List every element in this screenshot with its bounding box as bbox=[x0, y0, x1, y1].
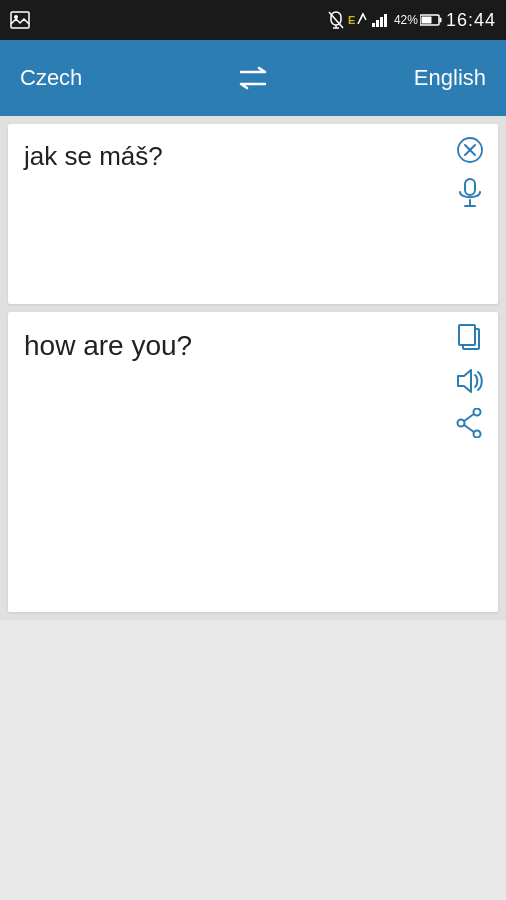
swap-button[interactable] bbox=[215, 56, 291, 100]
svg-line-26 bbox=[464, 425, 474, 432]
svg-rect-0 bbox=[11, 12, 29, 28]
status-bar-right: E 42% 16:44 bbox=[328, 10, 496, 31]
translation-text: how are you? bbox=[24, 330, 242, 361]
battery-percentage: 42% bbox=[394, 13, 418, 27]
svg-rect-8 bbox=[380, 17, 383, 27]
svg-rect-16 bbox=[465, 179, 475, 195]
svg-rect-7 bbox=[376, 20, 379, 27]
source-language[interactable]: Czech bbox=[20, 65, 215, 91]
input-card-icons bbox=[456, 136, 484, 210]
svg-rect-9 bbox=[384, 14, 387, 27]
battery-indicator: 42% bbox=[394, 13, 442, 27]
svg-text:E: E bbox=[348, 14, 355, 26]
share-button[interactable] bbox=[455, 408, 483, 438]
svg-rect-12 bbox=[421, 17, 431, 24]
mic-button[interactable] bbox=[456, 178, 484, 210]
toolbar: Czech English bbox=[0, 40, 506, 116]
translation-card: how are you? bbox=[8, 312, 498, 612]
svg-marker-21 bbox=[458, 370, 471, 392]
share-icon bbox=[455, 408, 483, 438]
copy-icon bbox=[455, 324, 483, 354]
speaker-icon bbox=[454, 368, 484, 394]
mute-icon bbox=[328, 11, 344, 29]
copy-button[interactable] bbox=[455, 324, 483, 354]
signal-icon bbox=[372, 13, 390, 27]
status-bar-left bbox=[10, 11, 30, 29]
main-content: jak se máš? how are y bbox=[0, 116, 506, 620]
data-icon: E bbox=[348, 12, 368, 28]
battery-icon bbox=[420, 14, 442, 26]
clear-button[interactable] bbox=[456, 136, 484, 164]
svg-rect-20 bbox=[459, 325, 475, 345]
clear-icon bbox=[456, 136, 484, 164]
gallery-icon bbox=[10, 11, 30, 29]
mic-icon bbox=[456, 178, 484, 210]
swap-icon bbox=[235, 66, 271, 90]
input-card[interactable]: jak se máš? bbox=[8, 124, 498, 304]
status-time: 16:44 bbox=[446, 10, 496, 31]
svg-rect-11 bbox=[439, 18, 441, 23]
translation-card-icons bbox=[454, 324, 484, 438]
target-language[interactable]: English bbox=[291, 65, 486, 91]
svg-line-25 bbox=[464, 414, 474, 421]
status-bar: E 42% 16:44 bbox=[0, 0, 506, 40]
svg-rect-6 bbox=[372, 23, 375, 27]
input-text: jak se máš? bbox=[24, 141, 213, 171]
speak-button[interactable] bbox=[454, 368, 484, 394]
